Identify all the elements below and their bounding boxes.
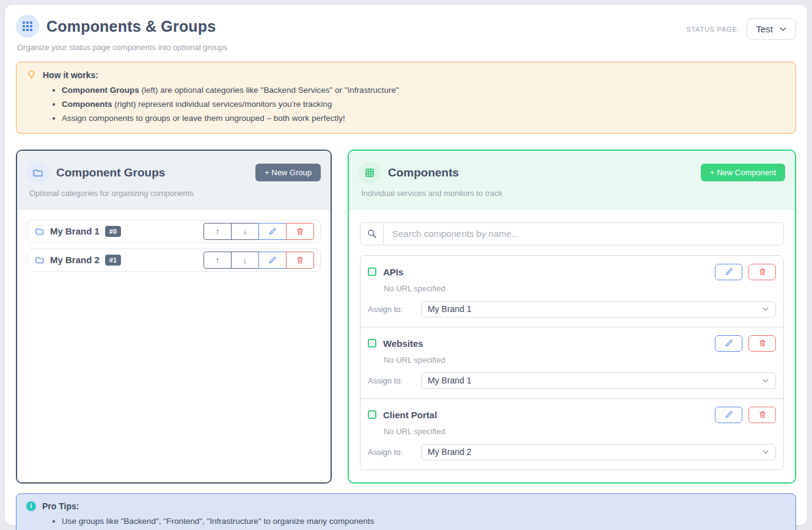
how-it-works-item: Components (right) represent individual … <box>62 99 786 110</box>
components-groups-icon <box>16 15 39 38</box>
edit-component-button[interactable] <box>715 407 742 423</box>
delete-group-button[interactable] <box>286 252 314 269</box>
pro-tips-item: Use groups like "Backend", "Frontend", "… <box>62 516 786 527</box>
component-url-status: No URL specified <box>384 355 776 365</box>
edit-component-button[interactable] <box>715 335 742 352</box>
trash-icon <box>296 227 304 236</box>
delete-component-button[interactable] <box>748 264 776 280</box>
assign-group-select[interactable]: My Brand 1 <box>421 301 776 318</box>
components-title: Components <box>388 166 693 180</box>
info-icon: i <box>26 501 36 511</box>
component-groups-header: Component Groups + New Group Optional ca… <box>17 151 331 210</box>
edit-group-button[interactable] <box>258 223 287 240</box>
components-subtitle: Individual services and monitors to trac… <box>361 189 785 198</box>
pencil-icon <box>268 256 277 264</box>
new-component-button[interactable]: + New Component <box>701 164 785 181</box>
assign-to-label: Assign to: <box>368 305 421 314</box>
pro-tips-title: Pro Tips: <box>42 501 79 511</box>
folder-icon-circle <box>27 162 49 184</box>
component-groups-panel: Component Groups + New Group Optional ca… <box>16 150 332 484</box>
component-groups-title: Component Groups <box>56 166 248 180</box>
pro-tips-callout: i Pro Tips: Use groups like "Backend", "… <box>16 493 796 530</box>
component-row: Client Portal No URL specified Assign to… <box>360 399 783 470</box>
page-subtitle: Organize your status page components int… <box>17 43 227 52</box>
component-search-bar <box>360 222 784 245</box>
delete-group-button[interactable] <box>286 223 314 240</box>
folder-icon <box>32 167 43 178</box>
page-title: Components & Groups <box>46 18 216 35</box>
edit-component-button[interactable] <box>715 264 742 280</box>
trash-icon <box>758 267 767 276</box>
status-page-value: Test <box>756 24 773 34</box>
component-groups-subtitle: Optional categories for organizing compo… <box>29 189 321 198</box>
component-url-status: No URL specified <box>384 284 776 293</box>
how-it-works-item: Component Groups (left) are optional cat… <box>62 85 786 96</box>
folder-icon <box>35 227 45 236</box>
pencil-icon <box>268 227 277 236</box>
move-up-button[interactable]: ↑ <box>203 223 232 240</box>
pencil-icon <box>725 410 733 419</box>
pencil-icon <box>725 339 733 347</box>
assign-group-select[interactable]: My Brand 1 <box>421 372 776 389</box>
how-it-works-item: Assign components to groups or leave the… <box>62 113 786 124</box>
component-row: Websites No URL specified Assign to: <box>360 327 783 399</box>
components-grid-icon-circle <box>359 162 381 184</box>
assign-to-label: Assign to: <box>368 376 421 385</box>
component-groups-body: My Brand 1 #0 ↑ ↓ <box>17 210 331 482</box>
page-header: Components & Groups Organize your status… <box>16 15 796 52</box>
delete-component-button[interactable] <box>748 335 776 352</box>
component-checkbox[interactable] <box>368 339 376 347</box>
status-page-select[interactable]: Test <box>747 18 796 40</box>
assign-group-select[interactable]: My Brand 2 <box>421 444 776 460</box>
group-order-badge: #1 <box>105 255 121 266</box>
components-panel: Components + New Component Individual se… <box>348 150 796 484</box>
move-down-button[interactable]: ↓ <box>231 223 259 240</box>
arrow-down-icon: ↓ <box>243 255 247 265</box>
lightbulb-icon <box>26 70 37 80</box>
pencil-icon <box>725 267 733 276</box>
search-icon <box>360 223 384 245</box>
pro-tips-list: Use groups like "Backend", "Frontend", "… <box>62 516 786 530</box>
move-down-button[interactable]: ↓ <box>231 252 259 269</box>
edit-group-button[interactable] <box>258 252 287 269</box>
component-url-status: No URL specified <box>384 427 776 436</box>
arrow-down-icon: ↓ <box>243 227 247 236</box>
how-it-works-callout: How it works: Component Groups (left) ar… <box>16 62 796 134</box>
chevron-down-icon <box>762 448 769 456</box>
component-search-input[interactable] <box>384 223 783 245</box>
component-name: Client Portal <box>383 410 715 420</box>
page-card: Components & Groups Organize your status… <box>5 5 807 525</box>
arrow-up-icon: ↑ <box>216 255 220 265</box>
group-name: My Brand 1 <box>50 226 100 236</box>
component-list: APIs No URL specified Assign to: <box>360 255 784 470</box>
folder-icon <box>35 255 45 265</box>
component-name: Websites <box>383 338 715 349</box>
trash-icon <box>296 256 304 264</box>
group-name: My Brand 2 <box>50 255 100 265</box>
arrow-up-icon: ↑ <box>216 227 220 236</box>
trash-icon <box>758 339 767 347</box>
components-body: APIs No URL specified Assign to: <box>349 210 795 482</box>
chevron-down-icon <box>779 25 787 33</box>
component-row: APIs No URL specified Assign to: <box>360 256 783 327</box>
page-header-left: Components & Groups Organize your status… <box>16 15 227 52</box>
grid-dots-icon <box>23 21 32 31</box>
component-checkbox[interactable] <box>368 410 376 419</box>
how-it-works-list: Component Groups (left) are optional cat… <box>62 85 786 125</box>
chevron-down-icon <box>762 305 769 313</box>
group-order-badge: #0 <box>105 226 121 237</box>
status-page-label: STATUS PAGE: <box>686 26 739 33</box>
assign-to-label: Assign to: <box>368 448 421 457</box>
delete-component-button[interactable] <box>748 407 776 423</box>
trash-icon <box>758 410 767 419</box>
chevron-down-icon <box>762 377 769 384</box>
component-name: APIs <box>383 267 715 277</box>
group-row: My Brand 2 #1 ↑ ↓ <box>27 249 321 272</box>
component-checkbox[interactable] <box>368 267 376 276</box>
move-up-button[interactable]: ↑ <box>203 252 232 269</box>
table-grid-icon <box>364 167 375 178</box>
new-group-button[interactable]: + New Group <box>255 164 321 181</box>
how-it-works-title: How it works: <box>43 70 98 80</box>
group-row: My Brand 1 #0 ↑ ↓ <box>27 220 321 243</box>
components-header: Components + New Component Individual se… <box>349 151 795 210</box>
